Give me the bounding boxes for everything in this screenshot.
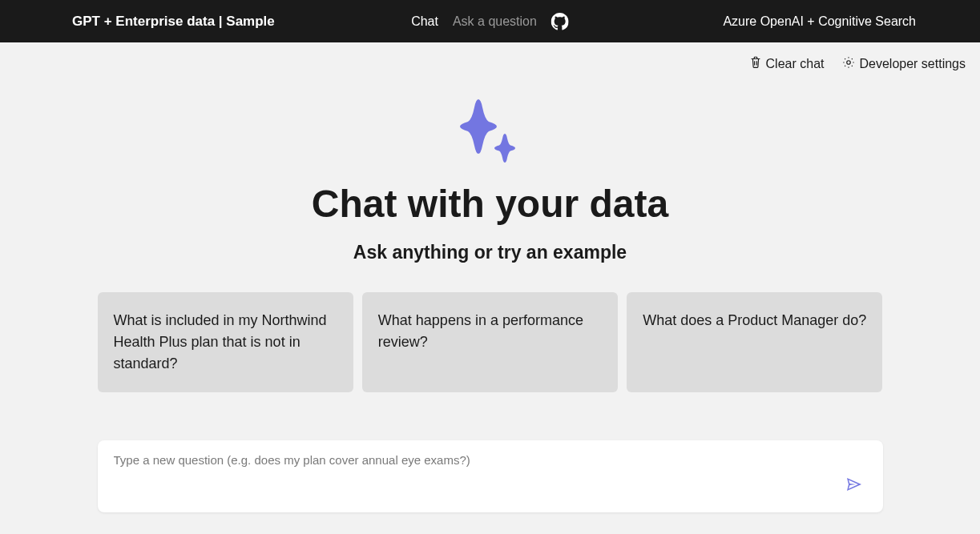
clear-chat-label: Clear chat — [766, 57, 825, 71]
nav-chat[interactable]: Chat — [411, 14, 438, 29]
nav-ask-question[interactable]: Ask a question — [453, 14, 537, 29]
github-icon[interactable] — [551, 13, 569, 30]
trash-icon — [748, 55, 763, 73]
send-icon — [845, 484, 864, 496]
example-list: What is included in my Northwind Health … — [98, 292, 883, 392]
gear-icon — [841, 55, 856, 73]
clear-chat-button[interactable]: Clear chat — [748, 55, 825, 73]
main-content: Chat with your data Ask anything or try … — [0, 73, 980, 512]
sparkle-icon — [450, 95, 530, 167]
example-card[interactable]: What is included in my Northwind Health … — [98, 292, 353, 392]
chat-input-container — [98, 440, 883, 512]
page-subtitle: Ask anything or try an example — [353, 242, 627, 263]
page-title: Chat with your data — [312, 182, 668, 226]
chat-input[interactable] — [114, 453, 867, 467]
svg-point-0 — [847, 61, 851, 65]
example-card[interactable]: What does a Product Manager do? — [627, 292, 882, 392]
example-card[interactable]: What happens in a performance review? — [362, 292, 618, 392]
developer-settings-label: Developer settings — [859, 57, 966, 71]
header-right-label: Azure OpenAI + Cognitive Search — [723, 14, 964, 29]
developer-settings-button[interactable]: Developer settings — [841, 55, 966, 73]
app-header: GPT + Enterprise data | Sample Chat Ask … — [0, 0, 980, 42]
send-button[interactable] — [841, 472, 867, 500]
app-title: GPT + Enterprise data | Sample — [72, 14, 275, 30]
header-nav: Chat Ask a question — [411, 13, 569, 30]
toolbar: Clear chat Developer settings — [0, 42, 980, 73]
